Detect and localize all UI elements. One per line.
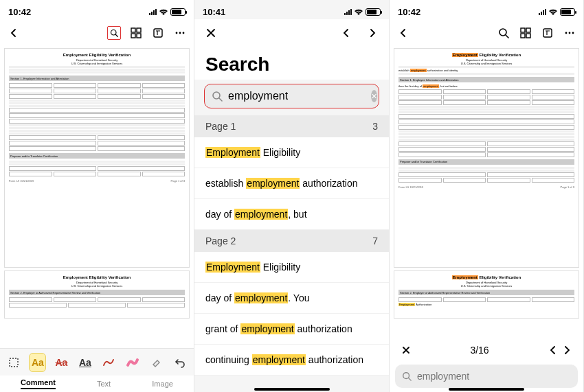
prev-result-icon[interactable] [339, 26, 353, 40]
status-time: 10:42 [398, 7, 420, 17]
panel-results-in-doc: 10:42 Employment Eligibility Verificatio… [390, 0, 584, 392]
next-result-icon[interactable] [366, 26, 379, 40]
close-icon[interactable] [399, 343, 413, 357]
svg-rect-3 [131, 34, 135, 38]
result-group-2: Page 2 7 [194, 230, 389, 252]
result-counter: 3/16 [413, 345, 546, 356]
doc-subtitle-2: U.S. Citizenship and Immigration Service… [9, 62, 185, 65]
wifi-icon [548, 8, 558, 16]
nav-bar [0, 19, 194, 47]
search-result[interactable]: day of employment. You [194, 283, 389, 314]
status-bar: 10:42 [390, 0, 583, 19]
section-2-bar: Section 2. Employer or Authorized Repres… [9, 290, 185, 295]
panel-before-search: 10:42 E [0, 0, 194, 392]
signal-icon [539, 8, 546, 15]
document-page-1-highlighted[interactable]: Employment Eligibility Verification Depa… [394, 48, 579, 268]
svg-rect-14 [521, 34, 525, 38]
search-result[interactable]: day of employment, but [194, 199, 389, 230]
more-icon[interactable] [173, 26, 187, 40]
svg-point-19 [572, 32, 574, 34]
more-icon[interactable] [563, 26, 576, 40]
tab-image[interactable]: Image [152, 380, 173, 388]
result-group-1: Page 1 3 [194, 115, 389, 137]
preparer-bar: Preparer and/or Translator Certification [9, 153, 185, 159]
panel-search: 10:41 Search ✕ Page 1 3 Employment Eligi… [194, 0, 390, 392]
page-indicator: Page 1 of 3 [171, 179, 185, 183]
signal-icon [149, 8, 157, 15]
annotation-toolbar: Aa Aa Aa [0, 348, 194, 376]
status-time: 10:41 [203, 7, 225, 17]
search-result[interactable]: continuing employment authorization [194, 345, 389, 376]
close-icon[interactable] [204, 26, 218, 40]
svg-rect-4 [137, 34, 141, 38]
home-indicator [254, 388, 330, 391]
bookmark-icon[interactable] [541, 26, 554, 40]
form-number: Form I-9 10/21/2019 [9, 179, 34, 183]
status-bar: 10:41 [194, 0, 389, 19]
tab-text[interactable]: Text [97, 380, 111, 388]
back-icon[interactable] [396, 26, 410, 40]
underline-tool[interactable]: Aa [77, 353, 93, 372]
svg-rect-5 [154, 29, 162, 37]
svg-point-18 [569, 32, 571, 34]
battery-icon [560, 8, 575, 16]
home-indicator [449, 388, 524, 391]
svg-rect-2 [137, 28, 141, 32]
search-icon [402, 371, 412, 381]
search-nav [194, 19, 389, 47]
search-result[interactable]: establish employment authorization [194, 168, 389, 199]
back-icon[interactable] [7, 26, 21, 40]
tab-comment[interactable]: Comment [21, 378, 56, 389]
thumbnails-icon[interactable] [129, 26, 143, 40]
crop-icon[interactable] [5, 353, 22, 372]
svg-rect-9 [10, 358, 18, 367]
bottom-tabs: Comment Text Image [0, 376, 194, 392]
signal-icon [344, 8, 352, 15]
prev-result-icon[interactable] [546, 343, 560, 357]
bookmark-icon[interactable] [151, 26, 165, 40]
document-page-2-highlighted[interactable]: Employment Eligibility Verification Depa… [394, 270, 579, 319]
undo-icon[interactable] [172, 353, 188, 372]
search-input[interactable] [228, 90, 366, 102]
svg-point-6 [176, 32, 178, 34]
svg-point-8 [183, 32, 185, 34]
document-page-1[interactable]: Employment Eligibility Verification Depa… [4, 48, 190, 268]
search-field-compact[interactable]: employment [395, 365, 578, 388]
strikethrough-tool[interactable]: Aa [53, 353, 69, 372]
search-result[interactable]: Employment Eligibility [194, 137, 389, 168]
search-result[interactable]: grant of employment authorization [194, 314, 389, 345]
wifi-icon [354, 8, 363, 16]
clear-icon[interactable]: ✕ [371, 90, 377, 102]
result-nav-bar: 3/16 [390, 338, 583, 362]
svg-point-17 [565, 32, 568, 34]
section-1-bar: Section 1. Employee Information and Atte… [9, 76, 185, 81]
svg-rect-15 [526, 34, 530, 38]
svg-rect-16 [543, 29, 552, 37]
search-icon [212, 91, 223, 102]
search-field[interactable]: ✕ [204, 84, 379, 108]
search-heading: Search [194, 47, 389, 80]
nav-bar [390, 19, 583, 47]
battery-icon [366, 8, 381, 16]
doc-title: Employment Eligibility Verification [9, 53, 185, 58]
eraser-tool[interactable] [148, 353, 164, 372]
search-query-text: employment [417, 371, 469, 382]
marker-tool[interactable] [124, 353, 141, 372]
battery-icon [170, 8, 186, 16]
svg-rect-12 [521, 28, 525, 32]
search-result[interactable]: Employment Eligibility [194, 252, 389, 283]
svg-rect-1 [131, 28, 135, 32]
search-icon[interactable] [107, 26, 121, 40]
thumbnails-icon[interactable] [519, 26, 532, 40]
highlight-tool[interactable]: Aa [29, 353, 46, 372]
pen-tool[interactable] [100, 353, 117, 372]
status-time: 10:42 [8, 7, 31, 17]
svg-point-7 [179, 32, 181, 34]
status-indicators [149, 8, 186, 16]
svg-rect-13 [526, 28, 530, 32]
document-page-2[interactable]: Employment Eligibility Verification Depa… [4, 270, 190, 319]
status-bar: 10:42 [0, 0, 194, 19]
wifi-icon [159, 8, 168, 16]
next-result-icon[interactable] [560, 343, 574, 357]
search-icon[interactable] [497, 26, 510, 40]
